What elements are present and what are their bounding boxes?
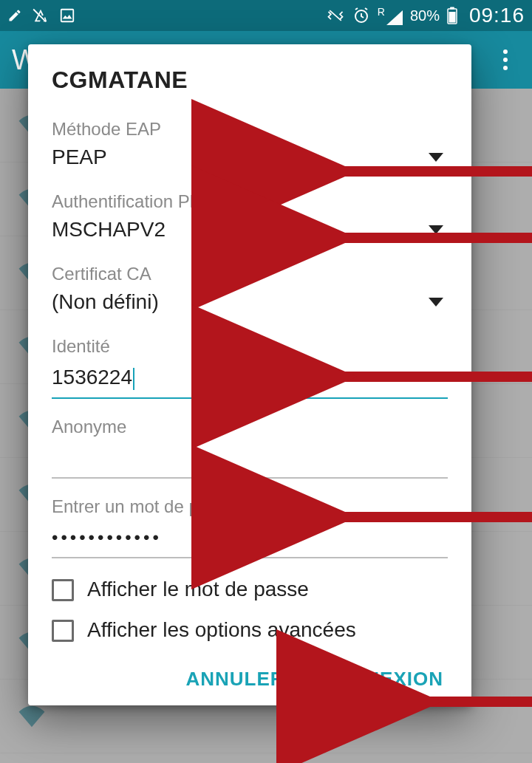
anonymous-label: Anonyme bbox=[52, 417, 448, 437]
identity-field[interactable]: Identité 1536224 bbox=[52, 336, 448, 399]
signal-icon: R bbox=[378, 6, 403, 25]
text-cursor bbox=[133, 368, 134, 390]
chevron-down-icon bbox=[429, 225, 443, 234]
svg-point-7 bbox=[503, 58, 508, 62]
cancel-button[interactable]: ANNULER bbox=[185, 668, 284, 691]
connect-button[interactable]: CONNEXION bbox=[321, 668, 443, 691]
no-sim-icon bbox=[33, 7, 49, 24]
show-advanced-checkbox[interactable]: Afficher les options avancées bbox=[52, 617, 448, 643]
status-bar: R 80% 09:16 bbox=[0, 0, 532, 31]
eap-method-field[interactable]: Méthode EAP PEAP bbox=[52, 119, 448, 174]
vibrate-icon bbox=[326, 7, 345, 24]
password-field[interactable]: Entrer un mot de passe •••••••••••• bbox=[52, 496, 448, 558]
svg-rect-4 bbox=[449, 12, 455, 23]
svg-point-6 bbox=[503, 49, 508, 54]
phase2-value: MSCHAPV2 bbox=[52, 218, 166, 242]
show-advanced-label: Afficher les options avancées bbox=[87, 617, 356, 643]
alarm-icon bbox=[352, 7, 370, 24]
identity-value: 1536224 bbox=[52, 366, 132, 389]
checkbox-icon bbox=[52, 620, 74, 642]
identity-label: Identité bbox=[52, 336, 448, 357]
svg-point-8 bbox=[503, 66, 508, 70]
ca-cert-field[interactable]: Certificat CA (Non défini) bbox=[52, 264, 448, 318]
anonymous-field[interactable]: Anonyme bbox=[52, 417, 448, 479]
overflow-menu-icon[interactable] bbox=[491, 49, 520, 71]
password-input[interactable]: •••••••••••• bbox=[52, 523, 448, 558]
show-password-checkbox[interactable]: Afficher le mot de passe bbox=[52, 576, 448, 602]
battery-percent: 80% bbox=[410, 7, 440, 24]
ca-cert-value: (Non défini) bbox=[52, 290, 159, 314]
dialog-title: CGMATANE bbox=[52, 66, 448, 94]
image-icon bbox=[59, 7, 75, 24]
phase2-label: Authentification Phase 2 bbox=[52, 191, 448, 212]
show-password-label: Afficher le mot de passe bbox=[87, 576, 309, 602]
edit-icon bbox=[7, 8, 22, 23]
svg-rect-5 bbox=[450, 7, 454, 10]
eap-method-label: Méthode EAP bbox=[52, 119, 448, 140]
battery-icon bbox=[447, 7, 457, 24]
clock: 09:16 bbox=[469, 4, 525, 27]
wifi-connect-dialog: CGMATANE Méthode EAP PEAP Authentificati… bbox=[28, 44, 471, 705]
phase2-field[interactable]: Authentification Phase 2 MSCHAPV2 bbox=[52, 191, 448, 246]
ca-cert-label: Certificat CA bbox=[52, 264, 448, 284]
chevron-down-icon bbox=[429, 153, 443, 162]
password-label: Entrer un mot de passe bbox=[52, 496, 448, 517]
identity-input[interactable]: 1536224 bbox=[52, 363, 448, 399]
anonymous-input[interactable] bbox=[52, 443, 448, 479]
signal-prefix: R bbox=[378, 6, 385, 18]
svg-rect-1 bbox=[61, 10, 74, 22]
dialog-actions: ANNULER CONNEXION bbox=[52, 660, 448, 695]
eap-method-value: PEAP bbox=[52, 146, 107, 169]
chevron-down-icon bbox=[429, 298, 443, 307]
checkbox-icon bbox=[52, 579, 74, 601]
